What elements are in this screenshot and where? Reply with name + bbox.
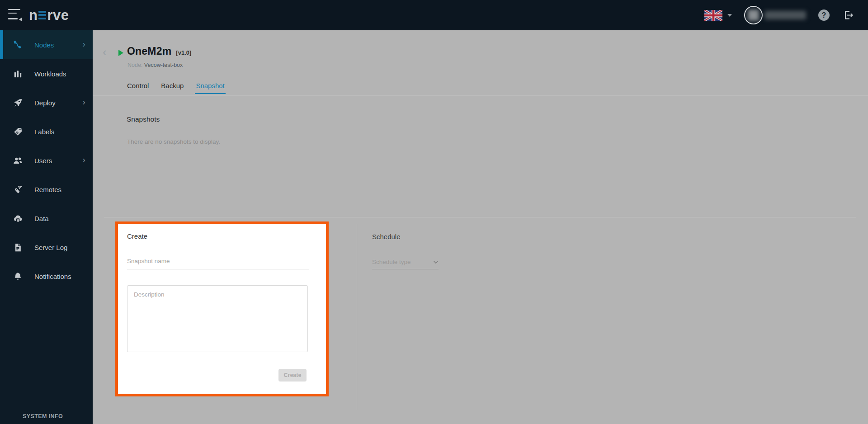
page-title-row: OneM2m [v1.0] [127,45,191,57]
workloads-icon [13,69,23,79]
schedule-heading: Schedule [372,233,401,240]
sidebar-item-users[interactable]: Users › [0,146,93,175]
sidebar-item-labels[interactable]: Labels [0,117,93,146]
users-icon [13,155,23,166]
user-name-redacted [764,11,806,19]
system-info-label: SYSTEM INFO [23,413,63,419]
page-version: [v1.0] [176,49,191,56]
page-title: OneM2m [127,45,171,57]
top-bar: n rve ? [0,0,868,30]
schedule-type-select[interactable]: Schedule type [372,259,439,269]
sidebar-item-remotes[interactable]: Remotes [0,175,93,204]
create-snapshot-panel: Create Create [115,221,329,396]
sidebar-item-notifications[interactable]: Notifications [0,262,93,291]
header-divider [93,95,868,96]
description-textarea[interactable] [127,285,308,352]
sidebar-item-label: Deploy [34,99,56,107]
avatar-blurred-image [748,9,759,21]
tab-snapshot[interactable]: Snapshot [195,82,225,94]
nerve-logo: n rve [29,8,69,22]
create-button[interactable]: Create [278,369,307,382]
sidebar: Nodes › Workloads Deploy › Labels [0,30,93,424]
remotes-icon [13,184,23,195]
back-chevron-icon[interactable]: ‹ [103,46,107,58]
sidebar-item-label: Workloads [34,70,66,78]
chevron-down-icon [433,260,439,264]
topbar-right-group: ? [704,6,868,24]
chevron-right-icon[interactable]: › [82,155,85,165]
sidebar-toggle-icon[interactable] [8,9,22,22]
sidebar-item-server-log[interactable]: Server Log [0,233,93,262]
logout-icon[interactable] [842,9,854,21]
logo-text-suffix: rve [47,8,69,22]
node-subtitle: Node: Vecow-test-box [127,62,183,68]
section-divider [104,217,856,217]
tab-backup[interactable]: Backup [160,82,184,94]
tab-control[interactable]: Control [126,82,150,94]
snapshots-heading: Snapshots [127,115,160,123]
play-status-icon [118,50,123,56]
sidebar-item-label: Nodes [34,41,54,49]
snapshot-name-input[interactable] [127,254,309,269]
sidebar-item-label: Server Log [34,244,67,251]
chevron-right-icon[interactable]: › [82,39,85,49]
node-label: Node: [127,62,142,68]
nodes-icon [13,40,23,50]
create-heading: Create [127,232,147,240]
deploy-icon [13,98,23,108]
help-glyph: ? [822,11,826,19]
sidebar-item-workloads[interactable]: Workloads [0,59,93,88]
sidebar-item-nodes[interactable]: Nodes › [0,30,93,59]
language-dropdown-caret-icon[interactable] [727,14,732,17]
sidebar-item-deploy[interactable]: Deploy › [0,88,93,117]
labels-icon [13,127,23,137]
sidebar-item-label: Notifications [34,273,71,280]
sidebar-item-label: Labels [34,128,54,136]
schedule-type-placeholder: Schedule type [372,259,411,265]
logo-text-prefix: n [29,8,38,22]
server-log-icon [13,242,23,253]
sidebar-item-label: Data [34,215,49,222]
node-value: Vecow-test-box [144,62,183,68]
sidebar-item-data[interactable]: Data [0,204,93,233]
vertical-divider [357,224,357,410]
uk-flag-icon[interactable] [704,10,722,21]
notifications-icon [13,271,23,282]
user-avatar[interactable] [744,6,763,24]
data-icon [13,213,23,224]
logo-e-bars-icon [38,11,46,20]
main-content: ‹ OneM2m [v1.0] Node: Vecow-test-box Con… [93,30,868,424]
sidebar-item-label: Remotes [34,186,61,193]
snapshots-empty-message: There are no snapshots to display. [127,138,220,145]
tab-bar: Control Backup Snapshot [126,82,226,94]
sidebar-item-label: Users [34,157,52,165]
chevron-right-icon[interactable]: › [82,97,85,107]
help-icon[interactable]: ? [818,9,830,21]
